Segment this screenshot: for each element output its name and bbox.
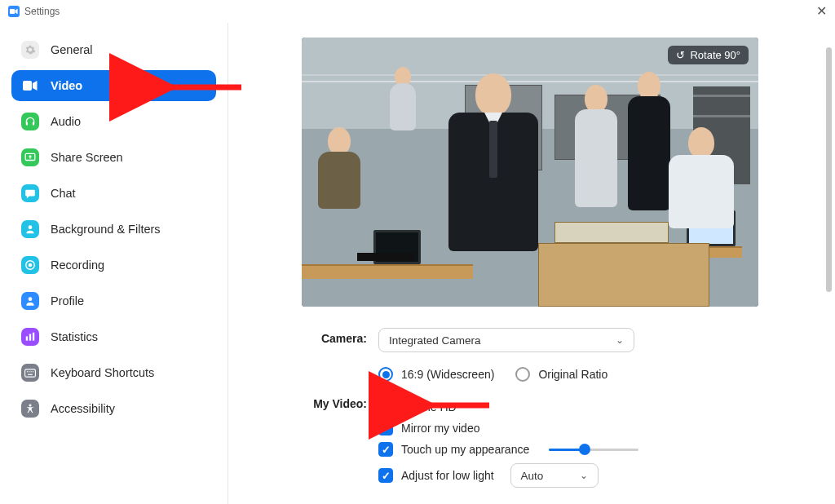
sidebar-item-keyboard-shortcuts[interactable]: Keyboard Shortcuts [11, 357, 216, 388]
check-mirror[interactable]: Mirror my video [378, 421, 758, 435]
svg-rect-12 [25, 369, 36, 376]
svg-point-7 [29, 263, 33, 267]
sidebar-item-recording[interactable]: Recording [11, 250, 216, 281]
share-screen-icon [21, 148, 39, 166]
svg-rect-14 [29, 371, 29, 372]
sidebar-item-general[interactable]: General [11, 34, 216, 65]
sidebar-item-accessibility[interactable]: Accessibility [11, 393, 216, 424]
sidebar-item-label: Statistics [51, 330, 98, 343]
radio-widescreen[interactable]: 16:9 (Widescreen) [378, 367, 494, 382]
sidebar-item-label: General [51, 43, 93, 56]
titlebar: Settings ✕ [0, 0, 835, 23]
sidebar-item-label: Keyboard Shortcuts [51, 366, 154, 379]
keyboard-icon [21, 364, 39, 382]
sidebar-item-label: Profile [51, 294, 84, 307]
radio-label: Original Ratio [538, 368, 607, 381]
video-settings-form: Camera: Integrated Camera ⌄ 16:9 (Widesc… [302, 328, 758, 488]
check-enable-hd[interactable]: Enable HD [378, 400, 758, 414]
chevron-down-icon: ⌄ [616, 334, 624, 346]
svg-rect-17 [28, 374, 33, 374]
camera-select[interactable]: Integrated Camera ⌄ [378, 328, 634, 352]
rotate-icon: ↺ [676, 49, 685, 61]
checkbox[interactable] [378, 400, 393, 414]
svg-point-5 [29, 225, 33, 229]
preview-scene [302, 38, 758, 307]
camera-label: Camera: [302, 328, 378, 345]
svg-rect-3 [33, 122, 34, 126]
sidebar-item-background-filters[interactable]: Background & Filters [11, 214, 216, 245]
svg-rect-11 [33, 333, 34, 341]
radio-label: 16:9 (Widescreen) [401, 368, 494, 381]
svg-rect-0 [10, 9, 15, 14]
body: General Video Audio Share Screen Chat [0, 23, 835, 504]
gear-icon [21, 41, 39, 59]
sidebar-item-label: Share Screen [51, 151, 123, 164]
sidebar-item-label: Audio [51, 115, 81, 128]
sidebar: General Video Audio Share Screen Chat [0, 23, 228, 504]
checkbox-label: Touch up my appearance [401, 443, 529, 456]
close-icon[interactable]: ✕ [816, 3, 827, 19]
checkbox[interactable] [378, 468, 393, 483]
check-touch-up[interactable]: Touch up my appearance [378, 442, 758, 457]
svg-rect-10 [29, 334, 31, 341]
headphones-icon [21, 113, 39, 130]
svg-rect-9 [26, 336, 28, 340]
slider-thumb[interactable] [579, 444, 590, 455]
sidebar-item-audio[interactable]: Audio [11, 106, 216, 137]
svg-point-18 [29, 404, 31, 406]
video-icon [21, 77, 39, 95]
chat-icon [21, 184, 39, 202]
lowlight-mode-select[interactable]: Auto ⌄ [510, 463, 599, 488]
recording-icon [21, 256, 39, 274]
aspect-ratio-group: 16:9 (Widescreen) Original Ratio [378, 360, 758, 382]
checkbox-label: Mirror my video [401, 422, 479, 435]
checkbox[interactable] [378, 442, 393, 457]
lowlight-mode-value: Auto [521, 470, 544, 482]
sidebar-item-label: Video [51, 79, 82, 92]
radio-input[interactable] [515, 367, 530, 382]
sidebar-item-share-screen[interactable]: Share Screen [11, 142, 216, 173]
rotate-label: Rotate 90° [690, 49, 740, 61]
sidebar-item-profile[interactable]: Profile [11, 285, 216, 316]
touchup-slider[interactable] [549, 449, 638, 451]
statistics-icon [21, 328, 39, 346]
sidebar-item-video[interactable]: Video [11, 70, 216, 101]
svg-rect-15 [31, 371, 32, 372]
svg-rect-13 [27, 371, 28, 372]
row-camera: Camera: Integrated Camera ⌄ 16:9 (Widesc… [302, 328, 758, 385]
video-preview: ↺ Rotate 90° [302, 38, 758, 307]
scrollbar-thumb[interactable] [826, 47, 832, 292]
myvideo-label: My Video: [302, 393, 378, 410]
sidebar-item-label: Background & Filters [51, 223, 161, 236]
checkbox-label: Adjust for low light [401, 469, 494, 482]
camera-selected-value: Integrated Camera [389, 334, 481, 347]
check-low-light[interactable]: Adjust for low light Auto ⌄ [378, 463, 758, 488]
accessibility-icon [21, 400, 39, 418]
rotate-button[interactable]: ↺ Rotate 90° [668, 46, 749, 64]
checkbox[interactable] [378, 421, 393, 435]
chevron-down-icon: ⌄ [580, 470, 588, 481]
background-filters-icon [21, 220, 39, 238]
titlebar-left: Settings [8, 6, 60, 17]
sidebar-item-chat[interactable]: Chat [11, 178, 216, 209]
svg-rect-1 [23, 81, 32, 91]
radio-input[interactable] [378, 367, 393, 382]
zoom-app-icon [8, 6, 20, 17]
scrollbar[interactable] [824, 47, 833, 493]
profile-icon [21, 292, 39, 310]
svg-rect-2 [26, 122, 28, 126]
checkbox-label: Enable HD [401, 400, 457, 413]
window-title: Settings [24, 6, 60, 17]
svg-point-8 [29, 297, 33, 301]
sidebar-item-label: Chat [51, 187, 76, 200]
radio-original-ratio[interactable]: Original Ratio [515, 367, 607, 382]
main-panel: ↺ Rotate 90° Camera: Integrated Camera ⌄… [228, 23, 835, 504]
svg-rect-16 [33, 371, 33, 372]
sidebar-item-label: Recording [51, 259, 104, 272]
row-my-video: My Video: Enable HD Mirror my video Touc… [302, 393, 758, 488]
sidebar-item-label: Accessibility [51, 402, 115, 415]
sidebar-item-statistics[interactable]: Statistics [11, 321, 216, 352]
